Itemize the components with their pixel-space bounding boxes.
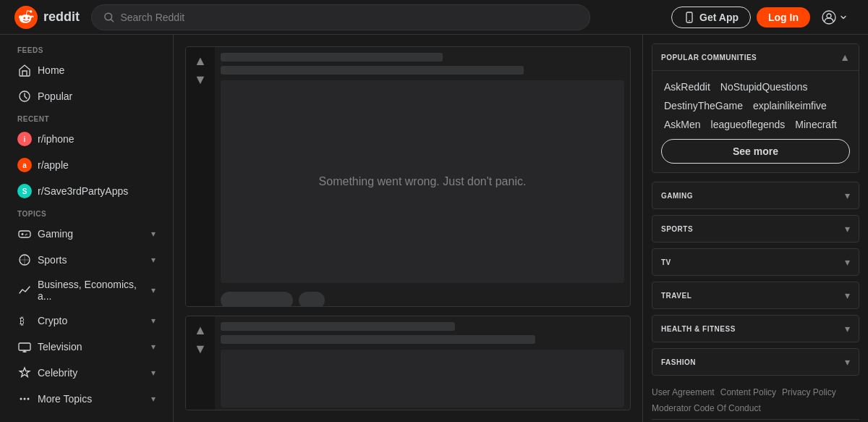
footer-link-user-agreement[interactable]: User Agreement bbox=[652, 387, 715, 397]
crypto-icon: ₿ bbox=[17, 313, 32, 328]
svg-point-12 bbox=[25, 235, 27, 236]
feeds-section-label: FEEDS bbox=[0, 41, 173, 57]
header-right: Get App Log In bbox=[671, 7, 854, 28]
skeleton-action-2 bbox=[299, 292, 325, 307]
sidebar-item-sports[interactable]: Sports ▾ bbox=[0, 247, 173, 273]
popular-communities-body: AskReddit NoStupidQuestions DestinyTheGa… bbox=[652, 71, 859, 172]
see-more-button[interactable]: See more bbox=[661, 139, 850, 164]
footer-link-privacy[interactable]: Privacy Policy bbox=[782, 387, 836, 397]
sidebar-item-celebrity[interactable]: Celebrity ▾ bbox=[0, 360, 173, 386]
header: reddit Get App Log In bbox=[0, 0, 868, 35]
footer-link-moderator-code[interactable]: Moderator Code Of Conduct bbox=[652, 403, 761, 413]
footer-divider bbox=[652, 419, 859, 420]
sports-icon bbox=[17, 253, 32, 267]
svg-point-4 bbox=[689, 20, 690, 21]
phone-icon bbox=[684, 12, 695, 23]
avatar-apple: a bbox=[17, 158, 32, 172]
error-area: Something went wrong. Just don't panic. bbox=[221, 80, 624, 283]
collapse-icon[interactable]: ▲ bbox=[840, 51, 850, 63]
sidebar-item-business[interactable]: Business, Economics, a... ▾ bbox=[0, 273, 173, 308]
gaming-icon bbox=[17, 227, 32, 241]
svg-point-20 bbox=[24, 398, 26, 400]
community-tag-league[interactable]: leagueoflegends bbox=[708, 117, 788, 132]
skeleton-2b bbox=[221, 335, 535, 344]
reddit-logo-icon bbox=[14, 6, 38, 29]
downvote-button-2[interactable]: ▼ bbox=[192, 341, 208, 357]
community-tag-explain[interactable]: explainlikeimfive bbox=[750, 98, 830, 113]
skeleton-image-2 bbox=[221, 350, 624, 408]
svg-line-2 bbox=[111, 19, 113, 21]
topic-sports-chevron: ▾ bbox=[845, 223, 850, 235]
vote-col-1: ▲ ▼ bbox=[186, 47, 215, 307]
sidebar-item-television[interactable]: Television ▾ bbox=[0, 334, 173, 360]
topic-health-label: HEALTH & FITNESS bbox=[661, 325, 736, 333]
sidebar-item-crypto[interactable]: ₿ Crypto ▾ bbox=[0, 308, 173, 334]
crypto-chevron-icon: ▾ bbox=[151, 316, 156, 326]
topic-row-sports: SPORTS ▾ bbox=[652, 215, 859, 242]
avatar-save3rd: S bbox=[17, 184, 32, 198]
logo[interactable]: reddit bbox=[14, 6, 80, 29]
topic-travel-header[interactable]: TRAVEL ▾ bbox=[652, 282, 859, 308]
popular-communities-header[interactable]: POPULAR COMMUNITIES ▲ bbox=[652, 44, 859, 71]
topic-fashion-chevron: ▾ bbox=[845, 356, 850, 368]
user-menu[interactable] bbox=[816, 7, 854, 28]
celebrity-icon bbox=[17, 366, 32, 380]
post-card-2: ▲ ▼ bbox=[185, 316, 631, 410]
avatar-iphone: i bbox=[17, 132, 32, 146]
topic-fashion-header[interactable]: FASHION ▾ bbox=[652, 349, 859, 375]
upvote-button-1[interactable]: ▲ bbox=[192, 53, 208, 69]
logo-text: reddit bbox=[43, 9, 80, 25]
gaming-chevron-icon: ▾ bbox=[151, 229, 156, 239]
sidebar-item-popular[interactable]: Popular bbox=[0, 83, 173, 109]
search-bar[interactable] bbox=[91, 4, 590, 30]
search-input[interactable] bbox=[120, 12, 578, 23]
community-tags: AskReddit NoStupidQuestions DestinyTheGa… bbox=[661, 80, 850, 132]
topic-row-travel: TRAVEL ▾ bbox=[652, 282, 859, 309]
popular-communities-title: POPULAR COMMUNITIES bbox=[661, 54, 757, 62]
topics-section-label: TOPICS bbox=[0, 204, 173, 221]
right-footer: User Agreement Content Policy Privacy Po… bbox=[652, 381, 859, 422]
community-tag-askreddit[interactable]: AskReddit bbox=[661, 80, 713, 94]
sidebar-item-save3rd-label: r/Save3rdPartyApps bbox=[38, 185, 156, 197]
topic-tv-chevron: ▾ bbox=[845, 256, 850, 268]
post-card-1: ▲ ▼ Something went wrong. Just don't pan… bbox=[185, 46, 631, 307]
television-icon bbox=[17, 339, 32, 354]
sidebar-item-more-topics[interactable]: More Topics ▾ bbox=[0, 386, 173, 412]
get-app-button[interactable]: Get App bbox=[671, 7, 751, 28]
footer-link-content-policy[interactable]: Content Policy bbox=[720, 387, 776, 397]
topic-travel-label: TRAVEL bbox=[661, 292, 692, 300]
sidebar-item-apple[interactable]: a r/apple bbox=[0, 152, 173, 178]
sports-chevron-icon: ▾ bbox=[151, 255, 156, 265]
community-tag-destiny[interactable]: DestinyTheGame bbox=[661, 98, 746, 113]
topic-gaming-label: GAMING bbox=[661, 192, 693, 200]
sidebar-item-home[interactable]: Home bbox=[0, 57, 173, 83]
topic-health-header[interactable]: HEALTH & FITNESS ▾ bbox=[652, 316, 859, 342]
skeleton-action-1 bbox=[221, 292, 293, 307]
topic-travel-chevron: ▾ bbox=[845, 290, 850, 301]
topic-gaming-chevron: ▾ bbox=[845, 190, 850, 201]
sidebar-item-crypto-label: Crypto bbox=[38, 315, 145, 326]
downvote-button-1[interactable]: ▼ bbox=[192, 72, 208, 88]
community-tag-nostupid[interactable]: NoStupidQuestions bbox=[718, 80, 811, 94]
community-tag-minecraft[interactable]: Minecraft bbox=[792, 117, 840, 132]
topic-tv-label: TV bbox=[661, 258, 671, 266]
sidebar-item-television-label: Television bbox=[38, 341, 145, 353]
log-in-button[interactable]: Log In bbox=[757, 7, 810, 28]
celebrity-chevron-icon: ▾ bbox=[151, 368, 156, 378]
svg-point-19 bbox=[20, 398, 22, 400]
sidebar-item-sports-label: Sports bbox=[38, 254, 145, 266]
left-sidebar: FEEDS Home Popular RECENT i bbox=[0, 35, 174, 422]
sidebar-item-gaming[interactable]: Gaming ▾ bbox=[0, 221, 173, 247]
topic-tv-header[interactable]: TV ▾ bbox=[652, 249, 859, 275]
layout: FEEDS Home Popular RECENT i bbox=[0, 35, 868, 422]
upvote-button-2[interactable]: ▲ bbox=[192, 322, 208, 338]
topic-sports-header[interactable]: SPORTS ▾ bbox=[652, 216, 859, 242]
community-tag-askmen[interactable]: AskMen bbox=[661, 117, 704, 132]
topic-gaming-header[interactable]: GAMING ▾ bbox=[652, 182, 859, 208]
sidebar-item-more-topics-label: More Topics bbox=[38, 393, 145, 405]
sidebar-item-save3rdpartyapps[interactable]: S r/Save3rdPartyApps bbox=[0, 178, 173, 204]
svg-point-11 bbox=[26, 234, 27, 235]
sidebar-item-iphone[interactable]: i r/iphone bbox=[0, 126, 173, 152]
sidebar-item-popular-label: Popular bbox=[38, 90, 156, 102]
vote-col-2: ▲ ▼ bbox=[186, 316, 215, 410]
